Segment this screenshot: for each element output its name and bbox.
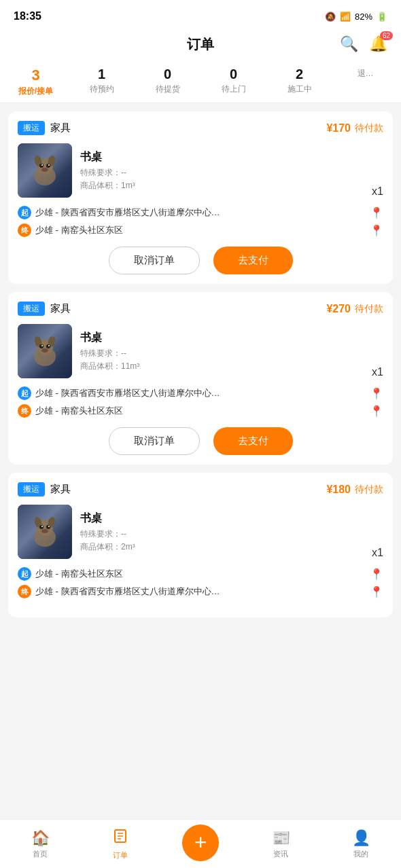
order-price-status-3: ¥180 待付款 <box>326 484 383 496</box>
svg-point-25 <box>41 526 43 527</box>
end-text-3: 少雄 - 陕西省西安市雁塔区丈八街道摩尔中心… <box>35 585 366 598</box>
product-row-2: 书桌 特殊要求：-- 商品体积：11m³ x1 <box>18 324 383 378</box>
product-special-3: 特殊要求：-- <box>80 528 383 540</box>
location-icon-end-1: 📍 <box>370 224 383 237</box>
cancel-order-button-1[interactable]: 取消订单 <box>109 247 200 274</box>
order-type-2: 搬运 家具 <box>18 302 71 316</box>
end-text-1: 少雄 - 南窑头社区东区 <box>35 224 366 236</box>
tab-pending-visit[interactable]: 0 待上门 <box>201 61 266 103</box>
tab-appt-count: 1 <box>98 67 105 82</box>
nav-add-center: + <box>160 825 241 864</box>
svg-point-17 <box>48 345 50 346</box>
product-name-2: 书桌 <box>80 331 383 345</box>
svg-point-14 <box>46 344 50 348</box>
product-info-1: 书桌 特殊要求：-- 商品体积：1m³ <box>80 150 383 192</box>
order-header-2: 搬运 家具 ¥270 待付款 <box>18 302 383 316</box>
product-row-3: 书桌 特殊要求：-- 商品体积：2m³ x1 <box>18 505 383 559</box>
order-card-3: 搬运 家具 ¥180 待付款 <box>8 473 393 617</box>
news-icon: 📰 <box>272 829 290 847</box>
order-category-3: 家具 <box>50 483 71 496</box>
tab-progress-label: 施工中 <box>287 84 312 95</box>
moving-tag-2: 搬运 <box>18 302 45 316</box>
order-price-2: ¥270 <box>326 303 351 315</box>
product-info-3: 书桌 特殊要求：-- 商品体积：2m³ <box>80 511 383 553</box>
home-icon: 🏠 <box>31 829 50 847</box>
tab-pending-pickup[interactable]: 0 待提货 <box>135 61 201 103</box>
order-icon <box>112 828 128 848</box>
nav-order[interactable]: 订单 <box>80 822 160 866</box>
location-icon-start-1: 📍 <box>370 206 383 219</box>
bottom-nav: 🏠 首页 订单 + 📰 资讯 👤 我的 <box>0 819 401 868</box>
start-tag-3: 起 <box>18 567 31 581</box>
tab-pickup-label: 待提货 <box>156 84 180 95</box>
search-icon[interactable]: 🔍 <box>340 35 358 53</box>
order-status-tabs: 3 报价/接单 1 待预约 0 待提货 0 待上门 2 施工中 退… <box>0 61 401 103</box>
product-image-3 <box>18 505 72 559</box>
tab-progress-count: 2 <box>296 67 303 82</box>
nav-home[interactable]: 🏠 首页 <box>0 824 80 865</box>
svg-point-26 <box>48 526 50 527</box>
product-name-3: 书桌 <box>80 511 383 526</box>
start-address-1: 起 少雄 - 陕西省西安市雁塔区丈八街道摩尔中心… 📍 <box>18 206 383 219</box>
location-icon-start-3: 📍 <box>370 568 383 581</box>
order-category-2: 家具 <box>50 302 71 315</box>
cancel-order-button-2[interactable]: 取消订单 <box>109 427 200 455</box>
battery-icon: 🔋 <box>377 12 387 22</box>
svg-point-7 <box>41 164 43 166</box>
battery-level: 82% <box>355 12 372 22</box>
tab-in-progress[interactable]: 2 施工中 <box>266 61 332 103</box>
tab-quote-count: 3 <box>31 67 39 84</box>
svg-point-8 <box>48 164 50 166</box>
product-image-1 <box>18 143 72 198</box>
order-status-2: 待付款 <box>355 303 383 315</box>
address-rows-3: 起 少雄 - 南窑头社区东区 📍 终 少雄 - 陕西省西安市雁塔区丈八街道摩尔中… <box>18 567 383 598</box>
product-special-2: 特殊要求：-- <box>80 348 383 359</box>
page-header: 订单 🔍 🔔 62 <box>0 30 401 61</box>
order-price-status-2: ¥270 待付款 <box>326 303 383 315</box>
page-title: 订单 <box>187 35 214 54</box>
notification-badge: 62 <box>380 31 393 40</box>
product-qty-1: x1 <box>372 185 383 198</box>
order-price-status-1: ¥170 待付款 <box>326 122 383 134</box>
end-address-2: 终 少雄 - 南窑头社区东区 📍 <box>18 404 383 418</box>
tab-refund[interactable]: 退… <box>332 61 398 103</box>
tab-appt-label: 待预约 <box>90 84 114 95</box>
svg-point-4 <box>39 164 43 168</box>
svg-point-6 <box>41 168 48 172</box>
mine-label: 我的 <box>353 849 368 859</box>
notification-button[interactable]: 🔔 62 <box>369 35 387 53</box>
start-tag-1: 起 <box>18 206 31 219</box>
order-card-2: 搬运 家具 ¥270 待付款 <box>8 292 393 465</box>
tab-visit-label: 待上门 <box>222 84 246 95</box>
product-volume-1: 商品体积：1m³ <box>80 180 383 192</box>
tab-pickup-count: 0 <box>164 67 171 82</box>
order-status-3: 待付款 <box>355 484 383 496</box>
end-address-3: 终 少雄 - 陕西省西安市雁塔区丈八街道摩尔中心… 📍 <box>18 585 383 598</box>
nav-mine[interactable]: 👤 我的 <box>321 824 401 865</box>
svg-point-15 <box>41 348 48 352</box>
tab-refund-label: 退… <box>358 68 374 79</box>
tab-quote-accept[interactable]: 3 报价/接单 <box>3 61 69 103</box>
address-rows-1: 起 少雄 - 陕西省西安市雁塔区丈八街道摩尔中心… 📍 终 少雄 - 南窑头社区… <box>18 206 383 237</box>
orders-list: 搬运 家具 ¥170 待付款 <box>0 103 401 685</box>
start-address-2: 起 少雄 - 陕西省西安市雁塔区丈八街道摩尔中心… 📍 <box>18 386 383 400</box>
location-icon-start-2: 📍 <box>370 387 383 400</box>
end-text-2: 少雄 - 南窑头社区东区 <box>35 405 366 417</box>
end-address-1: 终 少雄 - 南窑头社区东区 📍 <box>18 223 383 237</box>
pay-button-2[interactable]: 去支付 <box>213 427 293 455</box>
add-button[interactable]: + <box>182 825 219 861</box>
product-special-1: 特殊要求：-- <box>80 167 383 179</box>
location-icon-end-3: 📍 <box>370 585 383 598</box>
order-status-1: 待付款 <box>355 122 383 134</box>
header-actions: 🔍 🔔 62 <box>340 35 387 53</box>
order-header-3: 搬运 家具 ¥180 待付款 <box>18 482 383 496</box>
order-price-3: ¥180 <box>326 484 351 496</box>
start-text-2: 少雄 - 陕西省西安市雁塔区丈八街道摩尔中心… <box>35 387 366 399</box>
tab-pending-appt[interactable]: 1 待预约 <box>69 61 135 103</box>
pay-button-1[interactable]: 去支付 <box>213 247 293 274</box>
nav-news[interactable]: 📰 资讯 <box>241 824 321 865</box>
address-rows-2: 起 少雄 - 陕西省西安市雁塔区丈八街道摩尔中心… 📍 终 少雄 - 南窑头社区… <box>18 386 383 418</box>
tab-quote-label: 报价/接单 <box>18 86 53 97</box>
bell-muted-icon: 🔕 <box>325 12 336 22</box>
svg-point-5 <box>46 164 50 168</box>
